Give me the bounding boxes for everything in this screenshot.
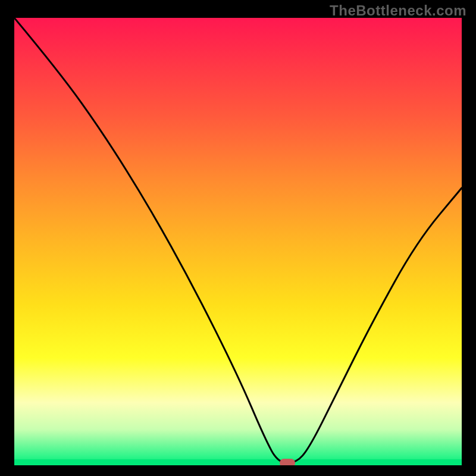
optimal-marker <box>280 459 295 465</box>
plot-area <box>14 18 462 465</box>
chart-frame: TheBottleneck.com <box>0 0 476 476</box>
bottleneck-curve <box>14 18 462 465</box>
watermark-text: TheBottleneck.com <box>330 2 466 19</box>
